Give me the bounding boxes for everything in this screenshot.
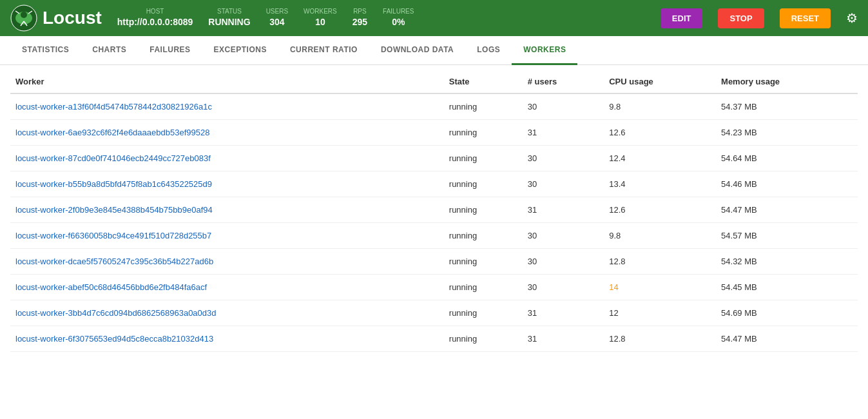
worker-state: running bbox=[444, 197, 523, 223]
worker-cpu: 13.4 bbox=[604, 171, 716, 197]
table-header-row: Worker State # users CPU usage Memory us… bbox=[10, 70, 858, 93]
worker-users: 30 bbox=[523, 171, 604, 197]
stop-button[interactable]: STOP bbox=[718, 8, 764, 28]
users-stat: USERS 304 bbox=[266, 7, 288, 29]
worker-cpu: 12.8 bbox=[604, 249, 716, 275]
worker-users: 31 bbox=[523, 300, 604, 326]
tab-charts[interactable]: CHARTS bbox=[81, 36, 138, 65]
table-row: locust-worker-2f0b9e3e845e4388b454b75bb9… bbox=[10, 197, 858, 223]
worker-name: locust-worker-6f3075653ed94d5c8ecca8b210… bbox=[10, 326, 444, 352]
failures-stat: FAILURES 0% bbox=[383, 7, 414, 29]
tab-logs[interactable]: LOGS bbox=[465, 36, 512, 65]
logo-area: Locust bbox=[10, 5, 102, 32]
worker-name: locust-worker-a13f60f4d5474b578442d30821… bbox=[10, 93, 444, 120]
worker-cpu: 12 bbox=[604, 300, 716, 326]
worker-memory: 54.37 MB bbox=[716, 93, 858, 120]
table-row: locust-worker-87cd0e0f741046ecb2449cc727… bbox=[10, 146, 858, 171]
rps-label: RPS bbox=[353, 7, 367, 16]
navigation: STATISTICS CHARTS FAILURES EXCEPTIONS CU… bbox=[0, 36, 868, 65]
table-row: locust-worker-abef50c68d46456bbd6e2fb484… bbox=[10, 275, 858, 300]
worker-users: 30 bbox=[523, 93, 604, 120]
worker-users: 31 bbox=[523, 197, 604, 223]
logo-icon bbox=[10, 5, 37, 32]
worker-state: running bbox=[444, 275, 523, 300]
edit-button[interactable]: EDIT bbox=[661, 8, 703, 28]
users-label: USERS bbox=[266, 7, 288, 16]
status-stat: STATUS RUNNING bbox=[208, 7, 250, 29]
tab-failures[interactable]: FAILURES bbox=[138, 36, 202, 65]
worker-cpu: 14 bbox=[604, 275, 716, 300]
worker-name: locust-worker-87cd0e0f741046ecb2449cc727… bbox=[10, 146, 444, 171]
failures-value: 0% bbox=[392, 16, 405, 29]
table-row: locust-worker-f66360058bc94ce491f510d728… bbox=[10, 223, 858, 249]
col-cpu: CPU usage bbox=[604, 70, 716, 93]
worker-name: locust-worker-dcae5f57605247c395c36b54b2… bbox=[10, 249, 444, 275]
table-row: locust-worker-6ae932c6f62f4e6daaaebdb53e… bbox=[10, 120, 858, 146]
col-memory: Memory usage bbox=[716, 70, 858, 93]
worker-cpu: 9.8 bbox=[604, 223, 716, 249]
rps-value: 295 bbox=[352, 16, 367, 29]
worker-memory: 54.32 MB bbox=[716, 249, 858, 275]
worker-users: 30 bbox=[523, 275, 604, 300]
worker-memory: 54.45 MB bbox=[716, 275, 858, 300]
workers-table: Worker State # users CPU usage Memory us… bbox=[10, 70, 858, 352]
host-value: http://0.0.0.0:8089 bbox=[117, 16, 193, 29]
col-state: State bbox=[444, 70, 523, 93]
worker-users: 30 bbox=[523, 223, 604, 249]
worker-users: 30 bbox=[523, 146, 604, 171]
worker-memory: 54.46 MB bbox=[716, 171, 858, 197]
worker-state: running bbox=[444, 171, 523, 197]
col-worker: Worker bbox=[10, 70, 444, 93]
svg-point-2 bbox=[21, 12, 27, 18]
worker-state: running bbox=[444, 300, 523, 326]
worker-name: locust-worker-6ae932c6f62f4e6daaaebdb53e… bbox=[10, 120, 444, 146]
table-row: locust-worker-dcae5f57605247c395c36b54b2… bbox=[10, 249, 858, 275]
worker-memory: 54.64 MB bbox=[716, 146, 858, 171]
host-stat: HOST http://0.0.0.0:8089 bbox=[117, 7, 193, 29]
tab-exceptions[interactable]: EXCEPTIONS bbox=[202, 36, 278, 65]
worker-name: locust-worker-3bb4d7c6cd094bd6862568963a… bbox=[10, 300, 444, 326]
worker-name: locust-worker-abef50c68d46456bbd6e2fb484… bbox=[10, 275, 444, 300]
tab-workers[interactable]: WORKERS bbox=[512, 36, 577, 65]
logo-title: Locust bbox=[43, 8, 102, 28]
table-row: locust-worker-a13f60f4d5474b578442d30821… bbox=[10, 93, 858, 120]
worker-name: locust-worker-2f0b9e3e845e4388b454b75bb9… bbox=[10, 197, 444, 223]
status-value: RUNNING bbox=[208, 16, 250, 29]
worker-cpu: 9.8 bbox=[604, 93, 716, 120]
tab-download-data[interactable]: DOWNLOAD DATA bbox=[369, 36, 465, 65]
worker-users: 31 bbox=[523, 120, 604, 146]
worker-state: running bbox=[444, 223, 523, 249]
worker-cpu: 12.6 bbox=[604, 120, 716, 146]
worker-memory: 54.23 MB bbox=[716, 120, 858, 146]
worker-cpu: 12.8 bbox=[604, 326, 716, 352]
workers-value: 10 bbox=[315, 16, 325, 29]
worker-cpu: 12.6 bbox=[604, 197, 716, 223]
table-row: locust-worker-6f3075653ed94d5c8ecca8b210… bbox=[10, 326, 858, 352]
users-value: 304 bbox=[269, 16, 284, 29]
reset-button[interactable]: RESET bbox=[780, 8, 831, 28]
settings-button[interactable]: ⚙ bbox=[846, 10, 858, 26]
table-row: locust-worker-b55b9a8d5bfd475f8ab1c64352… bbox=[10, 171, 858, 197]
worker-state: running bbox=[444, 326, 523, 352]
worker-state: running bbox=[444, 146, 523, 171]
main-content: Worker State # users CPU usage Memory us… bbox=[0, 70, 868, 352]
table-row: locust-worker-3bb4d7c6cd094bd6862568963a… bbox=[10, 300, 858, 326]
tab-statistics[interactable]: STATISTICS bbox=[10, 36, 81, 65]
failures-label: FAILURES bbox=[383, 7, 414, 16]
workers-stat: WORKERS 10 bbox=[304, 7, 337, 29]
worker-state: running bbox=[444, 93, 523, 120]
worker-users: 31 bbox=[523, 326, 604, 352]
worker-name: locust-worker-f66360058bc94ce491f510d728… bbox=[10, 223, 444, 249]
worker-users: 30 bbox=[523, 249, 604, 275]
tab-current-ratio[interactable]: CURRENT RATIO bbox=[278, 36, 369, 65]
worker-state: running bbox=[444, 120, 523, 146]
worker-memory: 54.47 MB bbox=[716, 197, 858, 223]
worker-memory: 54.57 MB bbox=[716, 223, 858, 249]
worker-name: locust-worker-b55b9a8d5bfd475f8ab1c64352… bbox=[10, 171, 444, 197]
header: Locust HOST http://0.0.0.0:8089 STATUS R… bbox=[0, 0, 868, 36]
worker-state: running bbox=[444, 249, 523, 275]
status-label: STATUS bbox=[217, 7, 242, 16]
host-label: HOST bbox=[146, 7, 164, 16]
workers-label: WORKERS bbox=[304, 7, 337, 16]
col-users: # users bbox=[523, 70, 604, 93]
